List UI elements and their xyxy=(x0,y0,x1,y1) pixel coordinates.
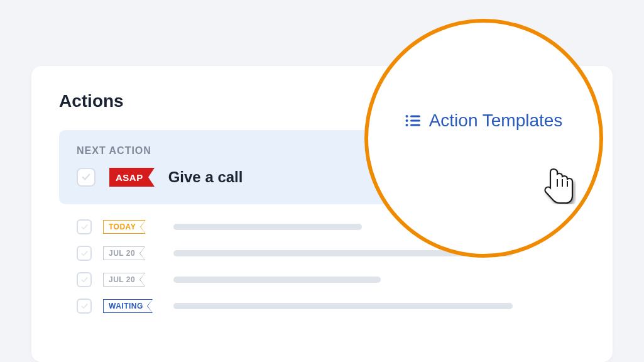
checkbox[interactable] xyxy=(77,219,92,234)
pointer-cursor-icon xyxy=(541,164,576,204)
check-icon xyxy=(81,224,88,231)
check-icon xyxy=(81,277,88,283)
page-title: Actions xyxy=(59,91,124,111)
placeholder-text xyxy=(173,277,381,283)
svg-rect-5 xyxy=(410,124,420,126)
action-title: Give a call xyxy=(168,168,243,186)
priority-tag: TODAY xyxy=(103,220,145,234)
svg-point-0 xyxy=(405,115,408,118)
checkbox[interactable] xyxy=(77,168,96,187)
check-icon xyxy=(81,303,88,310)
action-templates-label: Action Templates xyxy=(429,111,563,131)
priority-tag: WAITING xyxy=(103,299,153,313)
svg-rect-3 xyxy=(410,120,420,122)
svg-rect-1 xyxy=(410,116,420,118)
placeholder-text xyxy=(173,224,362,230)
priority-tag: JUL 20 xyxy=(103,273,145,287)
list-icon xyxy=(405,114,420,127)
priority-tag: JUL 20 xyxy=(103,246,145,260)
action-templates-link[interactable]: Action Templates xyxy=(405,111,563,131)
action-row[interactable]: WAITING xyxy=(31,299,613,325)
check-icon xyxy=(81,250,88,257)
checkbox[interactable] xyxy=(77,272,92,287)
svg-point-2 xyxy=(405,119,408,122)
action-row[interactable]: JUL 20 xyxy=(31,272,613,299)
placeholder-text xyxy=(173,303,513,309)
checkbox[interactable] xyxy=(77,246,92,261)
checkbox[interactable] xyxy=(77,299,92,314)
svg-point-4 xyxy=(405,124,408,126)
check-icon xyxy=(82,173,90,182)
highlight-circle: Action Templates xyxy=(364,19,603,258)
priority-tag-asap: ASAP xyxy=(109,168,155,187)
